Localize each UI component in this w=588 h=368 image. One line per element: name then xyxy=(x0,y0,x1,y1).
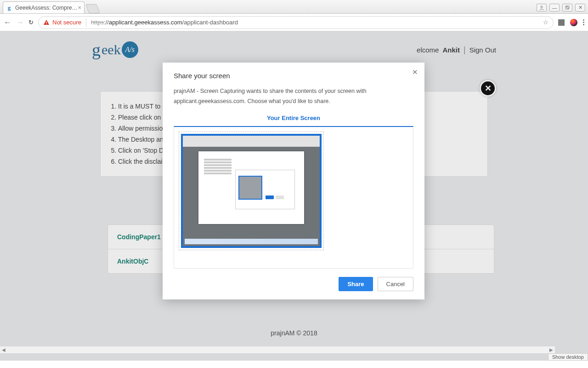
kebab-menu-icon[interactable] xyxy=(583,19,584,25)
browser-chrome: g GeeekAssess: Comprehen × — ✕ xyxy=(0,0,588,14)
user-row: elcome Ankit | Sign Out xyxy=(417,45,496,55)
user-icon[interactable] xyxy=(537,4,547,12)
modal-close-icon[interactable]: ✕ xyxy=(412,68,418,76)
close-window-icon[interactable]: ✕ xyxy=(575,4,585,12)
url-text: https://applicant.geeekassess.com/applic… xyxy=(91,19,238,26)
page-content: g eek A/s elcome Ankit | Sign Out It is … xyxy=(0,31,588,361)
svg-rect-4 xyxy=(46,23,46,24)
address-bar[interactable]: Not secure https://applicant.geeekassess… xyxy=(38,16,554,29)
reload-icon[interactable]: ↻ xyxy=(28,19,34,26)
forward-icon: → xyxy=(16,18,24,27)
logo-text: eek xyxy=(102,42,121,58)
welcome-text: elcome xyxy=(417,46,439,54)
separator: | xyxy=(464,45,466,55)
share-screen-modal: ✕ Share your screen prajnAM - Screen Cap… xyxy=(163,63,424,299)
svg-rect-3 xyxy=(46,22,46,23)
profile-icon[interactable] xyxy=(570,19,577,26)
share-tab-entire-screen[interactable]: Your Entire Screen xyxy=(174,111,413,126)
security-badge[interactable]: Not secure xyxy=(43,19,81,26)
screen-preview xyxy=(181,134,322,248)
page-header: g eek A/s elcome Ankit | Sign Out xyxy=(92,40,496,60)
panel-close-button[interactable]: ✕ xyxy=(480,80,496,97)
modal-description: prajnAM - Screen Capturing wants to shar… xyxy=(174,86,413,106)
logo-letter: g xyxy=(92,40,101,60)
horizontal-scrollbar[interactable]: ◀ ▶ xyxy=(0,346,555,353)
modal-title: Share your screen xyxy=(174,72,413,80)
cancel-button[interactable]: Cancel xyxy=(378,277,413,291)
screen-picker-panel xyxy=(174,126,413,269)
share-button[interactable]: Share xyxy=(339,277,373,291)
warning-icon xyxy=(43,19,50,26)
sign-out-link[interactable]: Sign Out xyxy=(469,46,496,54)
screen-thumbnail-selected[interactable] xyxy=(179,132,324,250)
logo[interactable]: g eek A/s xyxy=(92,40,138,60)
tab-title: GeeekAssess: Comprehen xyxy=(15,5,78,11)
user-name: Ankit xyxy=(442,46,460,54)
maximize-icon[interactable] xyxy=(562,4,572,12)
browser-tab[interactable]: g GeeekAssess: Comprehen × xyxy=(3,1,85,13)
favicon-icon: g xyxy=(6,5,12,11)
browser-toolbar: ← → ↻ Not secure https://applicant.geeek… xyxy=(0,14,588,31)
new-tab-button[interactable] xyxy=(85,4,100,13)
window-controls: — ✕ xyxy=(537,4,588,13)
bookmark-star-icon[interactable]: ☆ xyxy=(543,19,548,26)
svg-point-0 xyxy=(541,6,543,8)
scroll-left-icon[interactable]: ◀ xyxy=(0,346,7,354)
show-desktop-button[interactable]: Show desktop xyxy=(548,353,588,361)
extension-icon[interactable] xyxy=(558,19,565,26)
tab-close-icon[interactable]: × xyxy=(78,4,81,11)
back-icon[interactable]: ← xyxy=(4,18,11,27)
scroll-right-icon[interactable]: ▶ xyxy=(548,346,555,354)
toolbar-right xyxy=(558,19,584,26)
minimize-icon[interactable]: — xyxy=(549,4,560,12)
logo-badge-icon: A/s xyxy=(122,41,138,58)
modal-actions: Share Cancel xyxy=(174,277,413,291)
footer-text: prajnAM © 2018 xyxy=(0,329,588,337)
tab-strip: g GeeekAssess: Comprehen × xyxy=(0,1,98,13)
address-separator xyxy=(86,18,86,27)
security-text: Not secure xyxy=(52,19,81,26)
